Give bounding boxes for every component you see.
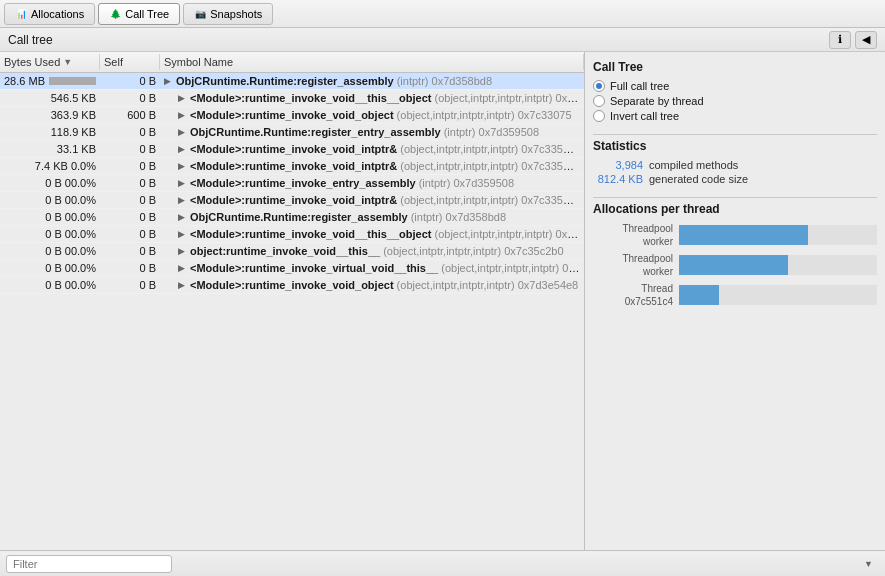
cell-symbol: ▶<Module>:runtime_invoke_void_intptr& (o… (160, 192, 584, 208)
alloc-bar (679, 255, 788, 275)
tab-snapshots[interactable]: 📷 Snapshots (183, 3, 273, 25)
symbol-text: ObjCRuntime.Runtime:register_assembly (i… (190, 211, 506, 223)
alloc-rows: ThreadpoolworkerThreadpoolworkerThread0x… (593, 222, 877, 308)
alloc-bar (679, 225, 808, 245)
expand-arrow-icon[interactable]: ▶ (178, 280, 188, 290)
cell-self: 0 B (100, 226, 160, 242)
expand-arrow-icon[interactable]: ▶ (178, 161, 188, 171)
cell-self: 0 B (100, 209, 160, 225)
cell-self: 0 B (100, 260, 160, 276)
expand-arrow-icon[interactable]: ▶ (178, 229, 188, 239)
table-row[interactable]: 546.5 KB0 B▶<Module>:runtime_invoke_void… (0, 90, 584, 107)
expand-arrow-icon[interactable]: ▶ (178, 144, 188, 154)
option-separate-by-thread[interactable]: Separate by thread (593, 95, 877, 107)
table-body[interactable]: 28.6 MB0 B▶ObjCRuntime.Runtime:register_… (0, 73, 584, 550)
table-row[interactable]: 118.9 KB0 B▶ObjCRuntime.Runtime:register… (0, 124, 584, 141)
sort-arrow-icon: ▼ (63, 57, 72, 67)
cell-bytes: 363.9 KB (0, 107, 100, 123)
stat-label-compiled: compiled methods (649, 159, 738, 171)
cell-bytes: 7.4 KB 0.0% (0, 158, 100, 174)
cell-symbol: ▶<Module>:runtime_invoke_virtual_void__t… (160, 260, 584, 276)
allocations-icon: 📊 (15, 8, 27, 20)
expand-arrow-icon[interactable]: ▶ (178, 195, 188, 205)
cell-self: 0 B (100, 243, 160, 259)
header-bytes-used[interactable]: Bytes Used ▼ (0, 54, 100, 70)
stat-label-code-size: generated code size (649, 173, 748, 185)
table-row[interactable]: 0 B 00.0%0 B▶<Module>:runtime_invoke_voi… (0, 192, 584, 209)
expand-arrow-icon[interactable]: ▶ (178, 246, 188, 256)
statistics-section: Statistics 3,984 compiled methods 812.4 … (593, 139, 877, 185)
call-tree-section-title: Call Tree (593, 60, 877, 74)
cell-bytes: 0 B 00.0% (0, 226, 100, 242)
tab-call-tree[interactable]: 🌲 Call Tree (98, 3, 180, 25)
table-row[interactable]: 0 B 00.0%0 B▶<Module>:runtime_invoke_vir… (0, 260, 584, 277)
cell-symbol: ▶ObjCRuntime.Runtime:register_assembly (… (160, 209, 584, 225)
window-title-bar: Call tree ℹ ◀ (0, 28, 885, 52)
stat-row-compiled: 3,984 compiled methods (593, 159, 877, 171)
expand-arrow-icon[interactable]: ▶ (178, 127, 188, 137)
cell-symbol: ▶<Module>:runtime_invoke_void_intptr& (o… (160, 158, 584, 174)
radio-full-call-tree[interactable] (593, 80, 605, 92)
table-row[interactable]: 7.4 KB 0.0%0 B▶<Module>:runtime_invoke_v… (0, 158, 584, 175)
filter-bar: ▼ (0, 550, 885, 576)
cell-bytes: 0 B 00.0% (0, 277, 100, 293)
cell-self: 600 B (100, 107, 160, 123)
cell-self: 0 B (100, 124, 160, 140)
symbol-text: <Module>:runtime_invoke_void__this__obje… (190, 92, 580, 104)
header-symbol-name: Symbol Name (160, 54, 584, 70)
expand-arrow-icon[interactable]: ▶ (178, 110, 188, 120)
table-row[interactable]: 33.1 KB0 B▶<Module>:runtime_invoke_void_… (0, 141, 584, 158)
cell-self: 0 B (100, 175, 160, 191)
divider-1 (593, 134, 877, 135)
tab-allocations[interactable]: 📊 Allocations (4, 3, 95, 25)
cell-self: 0 B (100, 141, 160, 157)
symbol-text: ObjCRuntime.Runtime:register_entry_assem… (190, 126, 539, 138)
expand-arrow-icon[interactable]: ▶ (164, 76, 174, 86)
info-button[interactable]: ℹ (829, 31, 851, 49)
cell-self: 0 B (100, 277, 160, 293)
header-self[interactable]: Self (100, 54, 160, 70)
window-title-buttons: ℹ ◀ (829, 31, 877, 49)
filter-dropdown-icon[interactable]: ▼ (864, 559, 873, 569)
cell-bytes: 0 B 00.0% (0, 175, 100, 191)
content-area: Bytes Used ▼ Self Symbol Name 28.6 MB0 B… (0, 52, 885, 550)
alloc-row: Thread0x7c551c4 (593, 282, 877, 308)
alloc-row: Threadpoolworker (593, 222, 877, 248)
alloc-row: Threadpoolworker (593, 252, 877, 278)
table-row[interactable]: 0 B 00.0%0 B▶ObjCRuntime.Runtime:registe… (0, 209, 584, 226)
allocations-title: Allocations per thread (593, 202, 877, 216)
cell-symbol: ▶object:runtime_invoke_void__this__ (obj… (160, 243, 584, 259)
window-title-text: Call tree (8, 33, 53, 47)
alloc-bar-container (679, 285, 877, 305)
table-row[interactable]: 0 B 00.0%0 B▶<Module>:runtime_invoke_voi… (0, 226, 584, 243)
alloc-thread-label: Threadpoolworker (593, 222, 673, 248)
cell-bytes: 546.5 KB (0, 90, 100, 106)
option-invert-call-tree[interactable]: Invert call tree (593, 110, 877, 122)
cell-self: 0 B (100, 73, 160, 89)
expand-arrow-icon[interactable]: ▶ (178, 178, 188, 188)
table-row[interactable]: 0 B 00.0%0 B▶<Module>:runtime_invoke_ent… (0, 175, 584, 192)
expand-arrow-icon[interactable]: ▶ (178, 93, 188, 103)
expand-arrow-icon[interactable]: ▶ (178, 212, 188, 222)
expand-arrow-icon[interactable]: ▶ (178, 263, 188, 273)
radio-separate-by-thread[interactable] (593, 95, 605, 107)
cell-symbol: ▶<Module>:runtime_invoke_entry_assembly … (160, 175, 584, 191)
cell-symbol: ▶<Module>:runtime_invoke_void__this__obj… (160, 90, 584, 106)
table-row[interactable]: 363.9 KB600 B▶<Module>:runtime_invoke_vo… (0, 107, 584, 124)
table-row[interactable]: 0 B 00.0%0 B▶object:runtime_invoke_void_… (0, 243, 584, 260)
option-full-call-tree[interactable]: Full call tree (593, 80, 877, 92)
nav-back-button[interactable]: ◀ (855, 31, 877, 49)
symbol-text: <Module>:runtime_invoke_void_intptr& (ob… (190, 194, 580, 206)
cell-bytes: 118.9 KB (0, 124, 100, 140)
table-row[interactable]: 0 B 00.0%0 B▶<Module>:runtime_invoke_voi… (0, 277, 584, 294)
cell-bytes: 0 B 00.0% (0, 192, 100, 208)
right-panel: Call Tree Full call tree Separate by thr… (585, 52, 885, 550)
radio-invert-call-tree[interactable] (593, 110, 605, 122)
filter-input[interactable] (6, 555, 172, 573)
tab-allocations-label: Allocations (31, 8, 84, 20)
alloc-thread-label: Thread0x7c551c4 (593, 282, 673, 308)
table-row[interactable]: 28.6 MB0 B▶ObjCRuntime.Runtime:register_… (0, 73, 584, 90)
symbol-text: <Module>:runtime_invoke_entry_assembly (… (190, 177, 514, 189)
toolbar: 📊 Allocations 🌲 Call Tree 📷 Snapshots (0, 0, 885, 28)
symbol-text: <Module>:runtime_invoke_void__this__obje… (190, 228, 580, 240)
